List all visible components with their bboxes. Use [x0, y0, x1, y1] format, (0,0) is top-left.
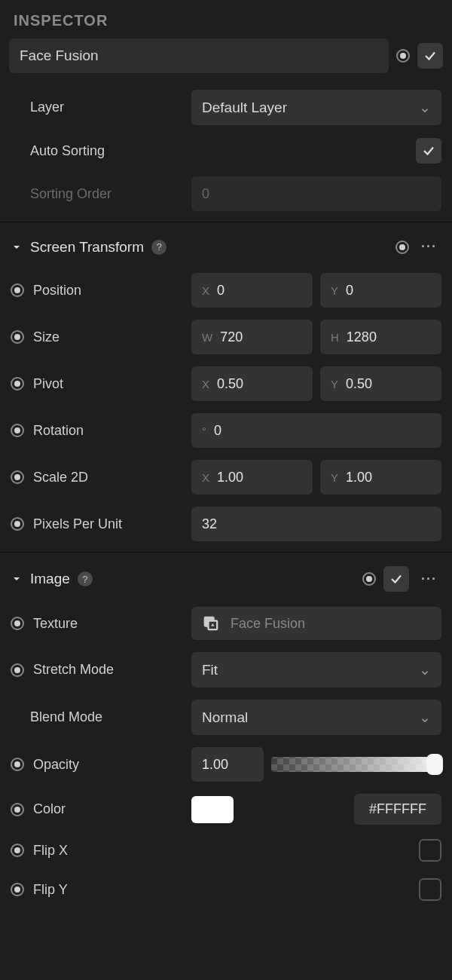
- slider-thumb[interactable]: [426, 754, 443, 775]
- pivot-y-input[interactable]: [346, 376, 431, 392]
- x-prefix: X: [202, 378, 209, 390]
- flipx-keyframe-radio[interactable]: [11, 844, 24, 857]
- h-prefix: H: [331, 331, 339, 344]
- flipx-label: Flip X: [33, 843, 68, 859]
- texture-icon: [200, 613, 221, 634]
- x-prefix: X: [202, 284, 209, 297]
- more-icon[interactable]: ···: [417, 236, 441, 258]
- scale2d-label: Scale 2D: [33, 470, 88, 485]
- panel-title: INSPECTOR: [0, 0, 452, 38]
- object-enabled-check[interactable]: [417, 43, 443, 69]
- screen-transform-radio[interactable]: [396, 240, 409, 254]
- opacity-keyframe-radio[interactable]: [11, 758, 24, 771]
- inspector-panel: INSPECTOR Layer Default Layer ⌄ Auto Sor…: [0, 0, 452, 909]
- color-keyframe-radio[interactable]: [11, 803, 24, 816]
- color-swatch[interactable]: [191, 796, 234, 823]
- screen-transform-title: Screen Transform: [30, 239, 144, 256]
- y-prefix: Y: [331, 284, 338, 297]
- flipy-checkbox[interactable]: [419, 878, 441, 901]
- blend-mode-select[interactable]: Normal ⌄: [191, 700, 441, 735]
- w-prefix: W: [202, 331, 212, 344]
- image-radio[interactable]: [362, 572, 376, 586]
- flipy-label: Flip Y: [33, 882, 68, 898]
- size-h-input[interactable]: [347, 329, 431, 345]
- divider: [0, 552, 452, 553]
- degree-prefix: °: [202, 424, 206, 437]
- chevron-down-icon[interactable]: [11, 241, 23, 253]
- scale2d-keyframe-radio[interactable]: [11, 470, 24, 484]
- layer-value: Default Layer: [202, 100, 287, 116]
- pivot-x-input[interactable]: [217, 376, 302, 392]
- chevron-down-icon[interactable]: [11, 573, 23, 585]
- help-icon[interactable]: ?: [151, 240, 166, 255]
- opacity-label: Opacity: [33, 757, 79, 773]
- rotation-input[interactable]: [214, 423, 431, 439]
- more-icon[interactable]: ···: [417, 568, 441, 590]
- opacity-input[interactable]: [202, 757, 253, 773]
- y-prefix: Y: [331, 378, 338, 390]
- position-label: Position: [33, 283, 81, 299]
- size-w-input[interactable]: [220, 329, 302, 345]
- size-keyframe-radio[interactable]: [11, 330, 24, 344]
- auto-sorting-checkbox[interactable]: [416, 138, 441, 164]
- image-header[interactable]: Image ? ···: [0, 557, 452, 601]
- object-name-input[interactable]: [9, 38, 389, 73]
- ppu-input[interactable]: [202, 516, 431, 532]
- position-keyframe-radio[interactable]: [11, 283, 24, 297]
- chevron-down-icon: ⌄: [419, 709, 431, 726]
- sorting-order-label: Sorting Order: [30, 186, 111, 202]
- object-visibility-radio[interactable]: [396, 49, 410, 63]
- pivot-label: Pivot: [33, 376, 63, 392]
- pivot-keyframe-radio[interactable]: [11, 377, 24, 390]
- rotation-label: Rotation: [33, 423, 84, 439]
- texture-value: Face Fusion: [231, 616, 305, 632]
- stretch-label: Stretch Mode: [33, 662, 114, 678]
- blend-value: Normal: [202, 709, 248, 726]
- texture-label: Texture: [33, 616, 78, 632]
- image-title: Image: [30, 571, 70, 587]
- flipy-keyframe-radio[interactable]: [11, 883, 24, 896]
- size-label: Size: [33, 329, 60, 345]
- ppu-label: Pixels Per Unit: [33, 516, 122, 532]
- position-x-input[interactable]: [217, 283, 302, 299]
- help-icon[interactable]: ?: [78, 571, 93, 586]
- scale2d-y-input[interactable]: [346, 470, 431, 485]
- y-prefix: Y: [331, 471, 338, 484]
- position-y-input[interactable]: [346, 283, 431, 299]
- opacity-slider[interactable]: [271, 757, 441, 772]
- sorting-order-input: [202, 186, 431, 202]
- stretch-value: Fit: [202, 662, 218, 678]
- scale2d-x-input[interactable]: [217, 470, 302, 485]
- texture-keyframe-radio[interactable]: [11, 617, 24, 630]
- stretch-mode-select[interactable]: Fit ⌄: [191, 652, 441, 688]
- screen-transform-header[interactable]: Screen Transform ? ···: [0, 227, 452, 267]
- auto-sorting-label: Auto Sorting: [30, 143, 105, 159]
- flipx-checkbox[interactable]: [419, 839, 441, 862]
- stretch-keyframe-radio[interactable]: [11, 663, 24, 677]
- divider: [0, 222, 452, 222]
- x-prefix: X: [202, 471, 209, 484]
- layer-select[interactable]: Default Layer ⌄: [191, 90, 441, 125]
- image-enabled-check[interactable]: [383, 566, 409, 592]
- blend-label: Blend Mode: [30, 709, 102, 725]
- ppu-keyframe-radio[interactable]: [11, 517, 24, 531]
- rotation-keyframe-radio[interactable]: [11, 424, 24, 437]
- layer-label: Layer: [30, 100, 64, 115]
- chevron-down-icon: ⌄: [419, 99, 431, 116]
- color-label: Color: [33, 801, 66, 817]
- chevron-down-icon: ⌄: [419, 661, 431, 678]
- texture-picker[interactable]: Face Fusion: [191, 607, 441, 640]
- color-hex-button[interactable]: #FFFFFF: [354, 794, 441, 825]
